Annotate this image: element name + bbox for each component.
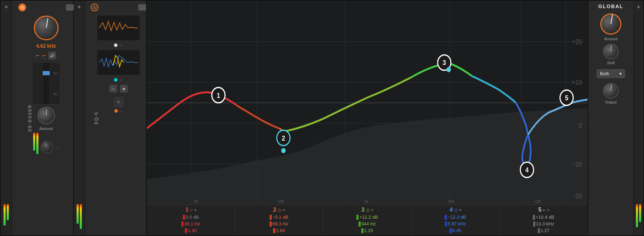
freq-label-plus20: +20 — [534, 199, 541, 203]
de-esser-panel: DE-ESSER ⏻ 4.62 kHz ⌐ ⌐̣ 🔊 10– 20– — [12, 1, 74, 235]
band-1-q-indicator — [185, 228, 187, 233]
eq5-arrow-right-top[interactable]: → — [114, 43, 123, 47]
filter-shape-1[interactable]: ⌐ — [36, 52, 39, 59]
svg-text:5: 5 — [565, 94, 568, 102]
both-dropdown-arrow: ▾ — [619, 71, 622, 76]
global-shift-knob[interactable] — [603, 44, 619, 59]
left-vu-bar-l — [4, 204, 6, 225]
band-5-q-row: 1.27 — [502, 228, 585, 234]
band-5-gain-row: +10.4 dB — [502, 214, 585, 220]
de-esser-speaker-button[interactable]: 🔊 — [48, 52, 56, 59]
global-output-knob[interactable] — [603, 83, 619, 99]
de-esser-amount-label: Amount — [40, 126, 53, 131]
eq-band-5: 5 ⌐ ▾ +10.4 dB 13.3 kHz 1.27 — [500, 205, 588, 235]
band-2-gain-row: −5.1 dB — [237, 214, 321, 220]
freq-axis-labels: 20 100 1k 10k +20 — [147, 199, 588, 203]
band-1-dropdown[interactable]: ▾ — [194, 208, 196, 212]
band-1-shape[interactable]: ⌐ — [190, 207, 193, 213]
band-2-indicator — [270, 215, 272, 220]
dot-orange — [114, 109, 118, 113]
filter-shape-2[interactable]: ⌐̣ — [42, 52, 46, 59]
svg-text:2: 2 — [282, 134, 285, 142]
eq5-panel: EQ-5 ⏻ → — [85, 1, 147, 235]
eq5-bottom-arrow[interactable]: → — [114, 109, 123, 113]
svg-text:4: 4 — [525, 166, 529, 174]
left-add-button[interactable]: + — [3, 4, 10, 11]
de-esser-label: DE-ESSER — [28, 104, 32, 131]
band-1-gain: 0.0 dB — [186, 214, 199, 220]
global-title: GLOBAL — [598, 4, 623, 9]
band-5-q-indicator — [538, 228, 540, 233]
global-shift-label: Shift — [607, 61, 615, 65]
band-5-shape[interactable]: ⌐ — [543, 207, 546, 213]
eq-grid-svg: 1 2 3 4 5 +20 +10 0 — [147, 1, 588, 205]
eq-graph[interactable]: 1 2 3 4 5 +20 +10 0 — [147, 1, 588, 205]
freq-label-10k: 10k — [448, 199, 454, 203]
eq-controls-row: 1 ⌐ ▾ 0.0 dB 36.1 Hz 1.30 — [147, 205, 588, 235]
main-container: + DE-ESSER ⏻ 4.62 kHz ⌐ ⌐̣ 🔊 — [0, 0, 644, 236]
de-esser-amount-knob[interactable] — [37, 107, 55, 124]
freq-label-100: 100 — [278, 199, 284, 203]
mid-vu-l — [77, 204, 79, 224]
arrow-label-bottom: → — [119, 78, 123, 82]
band-3-freq-indicator — [359, 222, 361, 226]
eq5-plugin-btn-2[interactable]: ⏺ — [120, 85, 128, 93]
mid-vu-r — [80, 204, 82, 229]
eq-band-1: 1 ⌐ ▾ 0.0 dB 36.1 Hz 1.30 — [147, 205, 235, 235]
band-3-freq: 944 Hz — [361, 221, 376, 226]
right-add-button[interactable]: + — [635, 4, 642, 11]
band-5-freq: 13.3 kHz — [536, 221, 554, 226]
left-strip: + — [1, 1, 12, 235]
band-4-dropdown[interactable]: ▾ — [459, 208, 461, 212]
band-5-dropdown[interactable]: ▾ — [547, 208, 549, 212]
eq5-power-button[interactable]: ⏻ — [91, 4, 98, 11]
freq-label-1k: 1k — [364, 199, 368, 203]
de-esser-vu-l — [33, 133, 35, 151]
de-esser-fader-handle[interactable] — [43, 71, 50, 75]
band-2-dropdown[interactable]: ▾ — [283, 208, 285, 212]
global-panel: GLOBAL Amount Shift Both ▾ Output — [588, 1, 633, 235]
eq5-plugin-btn-1[interactable]: ▭ — [109, 85, 117, 93]
de-esser-folder-button[interactable] — [66, 4, 74, 11]
eq5-label: EQ-5 — [94, 112, 99, 124]
de-esser-output-knob[interactable] — [41, 141, 53, 153]
eq5-folder-button[interactable] — [138, 4, 146, 11]
middle-vu-meters — [77, 204, 82, 232]
band-2-shape[interactable]: ◇ — [278, 207, 282, 213]
eq-band-3: 3 ◇ ▾ +12.2 dB 944 Hz 1.25 — [323, 205, 411, 235]
svg-text:-10: -10 — [573, 160, 582, 168]
global-both-dropdown[interactable]: Both ▾ — [597, 69, 625, 78]
de-esser-freq-display: 4.62 kHz — [36, 43, 56, 49]
eq5-waveform-top — [97, 16, 140, 40]
de-esser-power-button[interactable]: ⏻ — [18, 4, 26, 11]
band-1-freq-indicator — [181, 222, 183, 226]
middle-add-button[interactable]: + — [76, 4, 83, 11]
band-4-shape[interactable]: ◇ — [454, 207, 458, 213]
band-3-shape[interactable]: ◇ — [366, 207, 370, 213]
global-amount-label: Amount — [604, 37, 618, 41]
global-amount-knob[interactable] — [600, 13, 621, 35]
band-3-freq-row: 944 Hz — [325, 221, 409, 227]
de-esser-output-arrow[interactable]: → — [55, 146, 59, 150]
band-3-q-row: 1.25 — [325, 228, 409, 234]
band-1-q: 1.30 — [188, 228, 197, 233]
svg-text:+20: +20 — [572, 38, 582, 46]
band-2-freq-indicator — [270, 222, 272, 226]
middle-strip-1: + — [74, 1, 85, 235]
band-4-freq-row: 5.97 kHz — [414, 221, 497, 227]
band-1-number: 1 — [185, 207, 188, 213]
band-1-freq: 36.1 Hz — [184, 221, 200, 226]
left-vu-meters — [4, 204, 9, 232]
band-2-freq-row: 69.3 Hz — [237, 221, 321, 227]
right-strip: + — [633, 1, 643, 235]
band-4-number: 4 — [450, 207, 453, 213]
eq5-add-plugin-button[interactable]: + — [113, 97, 124, 107]
band-2-number: 2 — [273, 207, 276, 213]
band-1-gain-row: 0.0 dB — [149, 214, 233, 220]
band-3-dropdown[interactable]: ▾ — [371, 208, 373, 212]
de-esser-freq-knob[interactable] — [34, 16, 59, 40]
fader-label-20: 20– — [53, 92, 58, 96]
svg-text:3: 3 — [443, 59, 446, 66]
band-5-freq-indicator — [533, 222, 535, 226]
eq5-arrow-right-bottom[interactable]: → — [114, 78, 123, 82]
